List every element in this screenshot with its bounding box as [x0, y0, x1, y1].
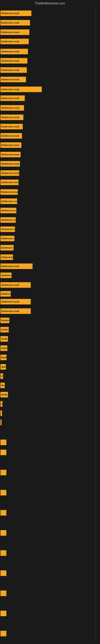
bar-item: [0, 590, 6, 596]
bar-item: Bottleneck result: [0, 10, 31, 16]
bar-label: Bottleneck result: [1, 310, 19, 312]
bar-label: Bottleneck result: [1, 284, 19, 286]
bar-item: Bottleneck result: [0, 49, 28, 54]
bar-item: [0, 470, 6, 475]
bar-item: Bottleneck result: [0, 39, 29, 44]
bar-item: Bottleneck result: [0, 354, 7, 360]
bar-item: Bottleneck result: [0, 318, 9, 323]
bar-label: Bottleneck result: [1, 172, 19, 174]
bar-item: Bo: [0, 382, 5, 388]
bar-label: Bottleneck result: [1, 237, 14, 240]
bar-item: Bottleneck result: [0, 114, 23, 120]
bar-item: [0, 440, 6, 445]
bar-label: Bottleneck result: [1, 338, 8, 340]
bar-item: Bottleneck result: [0, 299, 31, 304]
bar-item: Bottleneck result: [0, 189, 18, 195]
chart-area: Bottleneck resultBottleneck resultBottle…: [0, 7, 100, 641]
bar-item: Bottleneck result: [0, 96, 25, 101]
bar-label: Bottleneck result: [1, 97, 19, 100]
bar-label: Bottleneck result: [1, 181, 19, 184]
bar-label: Bottleneck result: [1, 22, 19, 24]
bar-item: Bottleneck result: [0, 77, 26, 82]
bar-label: Bottleneck result: [1, 69, 19, 71]
bar-item: [0, 530, 6, 536]
bar-item: Bottleneck result: [0, 264, 33, 269]
bar-item: [0, 631, 6, 636]
bar-item: Bottleneck result: [0, 282, 31, 288]
bar-item: Bottleneck result: [0, 67, 27, 73]
bar-label: Bottleneck result: [1, 274, 12, 276]
bar-item: Bottleneck result: [0, 105, 24, 111]
bar-label: Bottleneck result: [1, 191, 18, 193]
bar-item: Bottleneck result: [0, 272, 12, 278]
bar-label: Bottleneck result: [1, 219, 16, 221]
bar-item: Bottleneck result: [0, 58, 27, 64]
bar-item: B: [0, 401, 2, 407]
bar-item: Bottleneck result: [0, 170, 19, 176]
bar-item: Bottleneck result: [0, 226, 15, 232]
bar-item: [0, 410, 2, 416]
bar-label: Bottleneck result: [1, 162, 19, 165]
bar-item: [0, 450, 6, 455]
bar-label: Bottleneck result: [1, 107, 19, 109]
bar-item: Bottleneck result: [0, 161, 20, 167]
bar-label: Bottleneck result: [1, 200, 17, 202]
bar-label: Bottleneck result: [1, 300, 19, 303]
bar-label: Bottleneck result: [1, 256, 13, 258]
bar-item: Bottleneck result: [0, 254, 13, 260]
bar-item: Bottleneck result: [0, 20, 30, 26]
bar-label: Bottleneck result: [1, 265, 19, 268]
bar-label: Bottleneck result: [1, 135, 19, 137]
bar-item: Bottleneck result: [0, 86, 42, 92]
bar-item: Bottleneck result: [0, 336, 8, 342]
bar-item: [0, 570, 6, 576]
bar-label: Bottleneck result: [1, 228, 15, 230]
bar-label: B: [1, 403, 2, 405]
bar-item: B: [0, 373, 3, 379]
bar-item: Bottleneck result: [0, 180, 19, 185]
bar-label: Bottleneck result: [1, 347, 7, 349]
bar-item: Bottleneck result: [0, 217, 16, 223]
bar-item: [0, 510, 6, 516]
bar-item: Bottleneck result: [0, 327, 9, 332]
bar-label: Bottleneck result: [1, 126, 19, 128]
bar-label: Bottleneck result: [1, 246, 14, 249]
bar-item: [0, 610, 6, 616]
bar-label: Bottleneck result: [1, 88, 19, 90]
bar-label: B: [1, 375, 3, 377]
bar-label: Bottleneck result: [1, 31, 19, 34]
bar-item: Bottleneck result: [0, 133, 22, 139]
bar-label: Bottleneck result: [1, 116, 19, 118]
bar-label: Bottleneck result: [1, 144, 19, 146]
bar-label: Bottle: [1, 394, 8, 396]
bar-item: Bottleneck result: [0, 291, 11, 297]
bar-item: Bottleneck result: [0, 364, 6, 370]
bar-item: Bottleneck result: [0, 124, 23, 130]
bar-label: Bottleneck result: [1, 319, 9, 322]
bar-item: Bottleneck result: [0, 142, 21, 148]
bar-label: Bottleneck result: [1, 153, 19, 156]
site-title: TheBottlenecker.com: [0, 0, 100, 7]
bar-item: Bottleneck result: [0, 208, 16, 213]
bar-label: Bo: [1, 384, 4, 386]
bar-label: Bottleneck result: [1, 60, 19, 62]
bar-item: [0, 490, 6, 496]
bar-item: Bottleneck result: [0, 245, 14, 250]
bar-item: Bottleneck result: [0, 198, 17, 204]
bar-item: Bottleneck result: [0, 236, 14, 241]
bar-item: Bottle: [0, 392, 8, 398]
bar-item: [0, 550, 6, 556]
bar-label: Bottleneck result: [1, 78, 19, 81]
bar-label: Bottleneck result: [1, 356, 7, 359]
bar-label: Bottleneck result: [1, 12, 19, 14]
bar-item: [0, 420, 1, 425]
bar-item: Bottleneck result: [0, 345, 7, 351]
axis-line: [96, 7, 96, 641]
bar-label: Bottleneck result: [1, 292, 11, 295]
bar-item: Bottleneck result: [0, 152, 21, 158]
bar-label: Bottleneck result: [1, 366, 6, 368]
bar-label: Bottleneck result: [1, 209, 16, 212]
bar-label: Bottleneck result: [1, 50, 19, 53]
bar-item: Bottleneck result: [0, 308, 31, 314]
bar-label: Bottleneck result: [1, 328, 9, 331]
